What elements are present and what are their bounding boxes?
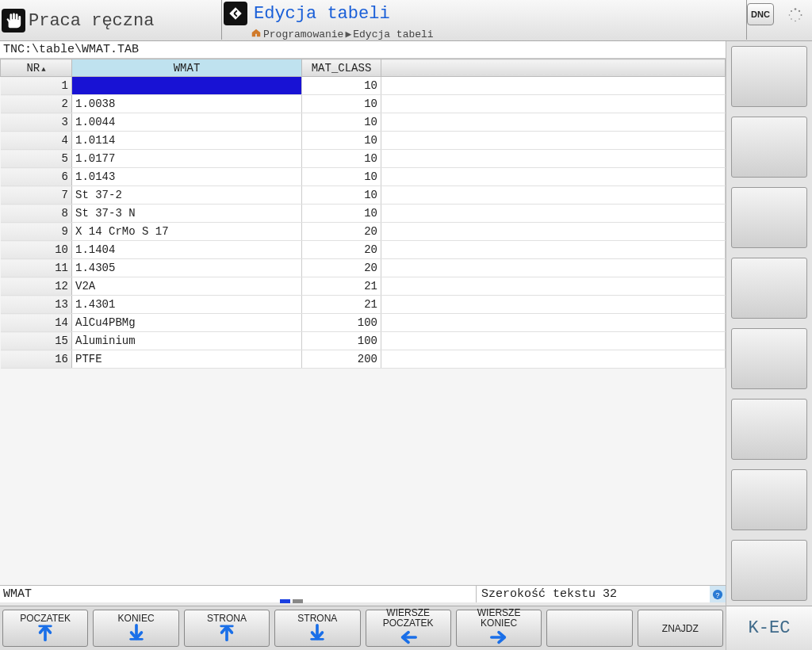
- breadcrumb: Programowanie ▶ Edycja tabeli: [251, 27, 434, 41]
- column-header-nr[interactable]: NR▲: [1, 59, 72, 77]
- hand-icon: [2, 9, 25, 32]
- column-header-empty: [381, 59, 726, 77]
- svg-point-1: [795, 8, 797, 10]
- side-softkey[interactable]: [731, 117, 807, 178]
- softkey-label: WIERSZE: [386, 608, 430, 618]
- softkey-poczatek[interactable]: POCZATEK: [2, 610, 88, 647]
- arrow-down-icon: [127, 624, 146, 644]
- softkey-label: KONIEC: [118, 614, 155, 623]
- cell-wmat[interactable]: Aluminium: [72, 332, 302, 350]
- table-row[interactable]: 31.004410: [1, 113, 726, 132]
- table-row[interactable]: 9X 14 CrMo S 1720: [1, 223, 726, 241]
- sort-asc-icon: ▲: [41, 66, 45, 74]
- cell-empty: [381, 77, 726, 95]
- status-bar: WMAT Szerokość tekstu 32 ?: [0, 585, 726, 602]
- svg-point-3: [801, 14, 802, 16]
- cell-wmat[interactable]: St 37-2: [72, 186, 302, 205]
- cell-empty: [381, 186, 726, 205]
- cell-wmat[interactable]: St 37-3 N: [72, 205, 302, 223]
- side-softkey[interactable]: [731, 540, 807, 601]
- softkey-wiersze[interactable]: WIERSZEKONIEC: [456, 610, 542, 647]
- cell-wmat[interactable]: PTFE: [72, 350, 302, 369]
- softkey-strona[interactable]: STRONA: [274, 610, 360, 647]
- side-softkey[interactable]: [731, 258, 807, 319]
- cell-wmat[interactable]: X 14 CrMo S 17: [72, 223, 302, 241]
- breadcrumb-item: Programowanie: [263, 29, 343, 40]
- titlebar: Praca ręczna Edycja tabeli Programowanie…: [0, 0, 812, 41]
- cell-matclass: 10: [302, 205, 381, 223]
- table-row[interactable]: 14AlCu4PBMg100: [1, 314, 726, 332]
- pager-segment[interactable]: [280, 599, 290, 603]
- softkey-label: POCZATEK: [20, 614, 71, 623]
- side-softkey[interactable]: [731, 46, 807, 107]
- table-row[interactable]: 51.017710: [1, 150, 726, 168]
- cell-matclass: 10: [302, 132, 381, 150]
- softkey-blank[interactable]: [546, 610, 632, 647]
- dnc-badge[interactable]: DNC: [747, 3, 774, 25]
- column-header-matclass[interactable]: MAT_CLASS: [302, 59, 381, 77]
- table-row[interactable]: 131.430121: [1, 296, 726, 314]
- cell-wmat[interactable]: 1.0177: [72, 150, 302, 168]
- side-panel: K-EC: [726, 41, 812, 650]
- cell-wmat[interactable]: 1.1404: [72, 241, 302, 259]
- side-mode-label[interactable]: K-EC: [726, 606, 812, 650]
- cell-matclass: 20: [302, 223, 381, 241]
- softkey-strona[interactable]: STRONA: [184, 610, 270, 647]
- cell-nr: 16: [1, 350, 72, 369]
- cell-wmat[interactable]: 1.0114: [72, 132, 302, 150]
- table-row[interactable]: 111.430520: [1, 259, 726, 277]
- table-row[interactable]: 61.014310: [1, 168, 726, 186]
- cell-nr: 6: [1, 168, 72, 186]
- tab-manual[interactable]: Praca ręczna: [0, 0, 222, 40]
- table-empty-area: [0, 369, 726, 585]
- chevron-right-icon: ▶: [345, 28, 351, 40]
- side-softkey[interactable]: [731, 328, 807, 389]
- cell-wmat[interactable]: [72, 77, 302, 95]
- table-row[interactable]: 16PTFE200: [1, 350, 726, 369]
- arrow-up-icon: [217, 624, 236, 644]
- softkey-wiersze[interactable]: WIERSZEPOCZATEK: [366, 610, 451, 647]
- cell-nr: 13: [1, 296, 72, 314]
- column-header-wmat[interactable]: WMAT: [72, 59, 302, 77]
- tab-table-edit[interactable]: Edycja tabeli Programowanie ▶ Edycja tab…: [222, 0, 747, 40]
- softkey-bar: POCZATEKKONIECSTRONASTRONAWIERSZEPOCZATE…: [0, 606, 726, 650]
- cell-matclass: 10: [302, 95, 381, 113]
- softkey-koniec[interactable]: KONIEC: [93, 610, 178, 647]
- cell-wmat[interactable]: 1.0143: [72, 168, 302, 186]
- table-row[interactable]: 41.011410: [1, 132, 726, 150]
- table-row[interactable]: 15Aluminium100: [1, 332, 726, 350]
- table-row[interactable]: 12V2A21: [1, 277, 726, 296]
- cell-empty: [381, 314, 726, 332]
- cell-wmat[interactable]: 1.4305: [72, 259, 302, 277]
- cell-nr: 10: [1, 241, 72, 259]
- material-table[interactable]: NR▲ WMAT MAT_CLASS 11021.00381031.004410…: [0, 59, 726, 585]
- cell-wmat[interactable]: AlCu4PBMg: [72, 314, 302, 332]
- side-softkey[interactable]: [731, 399, 807, 460]
- help-icon[interactable]: ?: [710, 586, 726, 602]
- pager-segment[interactable]: [293, 599, 303, 603]
- cell-nr: 5: [1, 150, 72, 168]
- table-row[interactable]: 8St 37-3 N10: [1, 205, 726, 223]
- cell-wmat[interactable]: 1.4301: [72, 296, 302, 314]
- cell-nr: 11: [1, 259, 72, 277]
- svg-point-8: [791, 10, 792, 12]
- cell-empty: [381, 95, 726, 113]
- cell-wmat[interactable]: 1.0038: [72, 95, 302, 113]
- table-row[interactable]: 21.003810: [1, 95, 726, 113]
- cell-nr: 12: [1, 277, 72, 296]
- cell-matclass: 10: [302, 168, 381, 186]
- cell-matclass: 10: [302, 186, 381, 205]
- side-softkey[interactable]: [731, 187, 807, 248]
- cell-wmat[interactable]: V2A: [72, 277, 302, 296]
- cell-empty: [381, 296, 726, 314]
- table-row[interactable]: 7St 37-210: [1, 186, 726, 205]
- softkey-znajdz[interactable]: ZNAJDZ: [638, 610, 723, 647]
- table-row[interactable]: 101.140420: [1, 241, 726, 259]
- side-softkey[interactable]: [731, 469, 807, 530]
- cell-matclass: 200: [302, 350, 381, 369]
- softkey-label: WIERSZE: [477, 608, 521, 618]
- cell-matclass: 10: [302, 77, 381, 95]
- table-row[interactable]: 110: [1, 77, 726, 95]
- cell-empty: [381, 132, 726, 150]
- cell-wmat[interactable]: 1.0044: [72, 113, 302, 132]
